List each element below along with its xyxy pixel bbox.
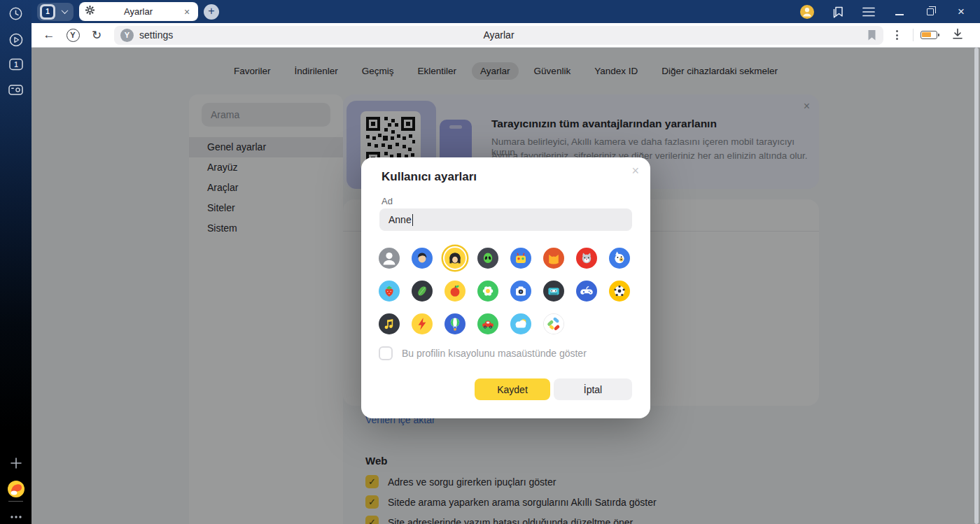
avatar-football[interactable] bbox=[609, 281, 630, 302]
avatar-gamepad[interactable] bbox=[576, 281, 597, 302]
battery-saver-icon[interactable] bbox=[920, 31, 937, 39]
avatar-car[interactable] bbox=[477, 313, 498, 334]
window-minimize-button[interactable] bbox=[892, 4, 907, 20]
desktop-shortcut-label: Bu profilin kısayolunu masaüstünde göste… bbox=[402, 348, 587, 359]
avatar-weather[interactable] bbox=[510, 313, 531, 334]
modal-close-icon[interactable]: × bbox=[631, 164, 639, 178]
back-button[interactable]: ← bbox=[37, 26, 61, 44]
avatar-alien[interactable] bbox=[477, 248, 498, 269]
desktop-shortcut-checkbox-row[interactable]: Bu profilin kısayolunu masaüstünde göste… bbox=[379, 346, 587, 360]
page-scrollbar[interactable] bbox=[974, 48, 979, 524]
tab-group-count: 1 bbox=[40, 4, 55, 20]
avatar-strawberry[interactable] bbox=[379, 281, 400, 302]
tab-gear-icon bbox=[85, 5, 95, 18]
tab-title: Ayarlar bbox=[95, 6, 181, 17]
avatar-balloon[interactable] bbox=[444, 313, 465, 334]
omnibox-page-title: Ayarlar bbox=[114, 29, 883, 41]
avatar-grid bbox=[379, 248, 632, 334]
name-input[interactable]: Anne bbox=[379, 208, 632, 231]
tab-group-button[interactable]: 1 bbox=[37, 3, 74, 21]
play-panel-icon[interactable] bbox=[0, 28, 31, 52]
avatar-cat[interactable] bbox=[576, 248, 597, 269]
screenshot-icon[interactable] bbox=[0, 78, 31, 102]
tab-bar: 1 Ayarlar × + × bbox=[31, 0, 980, 23]
omnibox[interactable]: Y settings Ayarlar bbox=[114, 26, 883, 45]
avatar-colors[interactable] bbox=[543, 313, 564, 334]
address-bar: ← Y ↻ Y settings Ayarlar bbox=[31, 23, 980, 48]
reload-button[interactable]: ↻ bbox=[85, 26, 108, 44]
add-panel-icon[interactable] bbox=[0, 451, 31, 475]
address-text: settings bbox=[139, 29, 173, 41]
browser-window: 1 1 Ayarlar × + bbox=[0, 0, 980, 524]
avatar-flower[interactable] bbox=[477, 281, 498, 302]
user-settings-modal: Kullanıcı ayarları × Ad Anne Bu profilin… bbox=[361, 157, 650, 418]
yandex-browser-logo[interactable] bbox=[0, 477, 31, 501]
yandex-search-icon[interactable]: Y bbox=[61, 26, 85, 44]
chevron-down-icon[interactable] bbox=[57, 4, 72, 20]
history-icon[interactable] bbox=[0, 1, 31, 25]
avatar-cassette[interactable] bbox=[543, 281, 564, 302]
browser-tab-ayarlar[interactable]: Ayarlar × bbox=[79, 2, 198, 21]
tabs-counter-icon[interactable]: 1 bbox=[0, 52, 31, 76]
text-caret bbox=[412, 214, 414, 226]
menu-hamburger-icon[interactable] bbox=[861, 4, 876, 20]
avatar-robot[interactable] bbox=[510, 248, 531, 269]
svg-text:1: 1 bbox=[14, 61, 18, 69]
name-field-label: Ad bbox=[382, 196, 393, 206]
avatar-music[interactable] bbox=[379, 313, 400, 334]
profile-avatar[interactable] bbox=[799, 4, 815, 20]
rail-divider bbox=[8, 501, 23, 502]
avatar-girl[interactable] bbox=[444, 248, 465, 269]
bookmark-icon[interactable] bbox=[867, 29, 876, 44]
settings-page: FavorilerİndirilenlerGeçmişEklentilerAya… bbox=[31, 48, 980, 524]
more-panels-icon[interactable] bbox=[0, 505, 31, 524]
tab-close-icon[interactable]: × bbox=[181, 6, 192, 17]
avatar-dog[interactable] bbox=[609, 248, 630, 269]
window-close-button[interactable]: × bbox=[953, 4, 969, 20]
avatar-default-user[interactable] bbox=[379, 248, 400, 269]
downloads-icon[interactable] bbox=[952, 28, 963, 43]
new-tab-button[interactable]: + bbox=[204, 4, 219, 20]
avatar-camera[interactable] bbox=[510, 281, 531, 302]
window-restore-button[interactable] bbox=[923, 4, 938, 20]
side-rail: 1 bbox=[0, 0, 31, 524]
omnibox-menu-icon[interactable] bbox=[888, 27, 906, 43]
avatar-apple[interactable] bbox=[444, 281, 465, 302]
avatar-fox[interactable] bbox=[543, 248, 564, 269]
modal-title: Kullanıcı ayarları bbox=[382, 170, 477, 184]
cancel-button[interactable]: İptal bbox=[554, 378, 632, 400]
desktop-shortcut-checkbox[interactable] bbox=[379, 346, 393, 360]
avatar-lightning[interactable] bbox=[412, 313, 433, 334]
bookmarks-panel-icon[interactable] bbox=[830, 4, 846, 20]
save-button[interactable]: Kaydet bbox=[475, 378, 550, 400]
site-favicon: Y bbox=[120, 29, 134, 42]
avatar-leaf[interactable] bbox=[412, 281, 433, 302]
avatar-boy[interactable] bbox=[412, 248, 433, 269]
